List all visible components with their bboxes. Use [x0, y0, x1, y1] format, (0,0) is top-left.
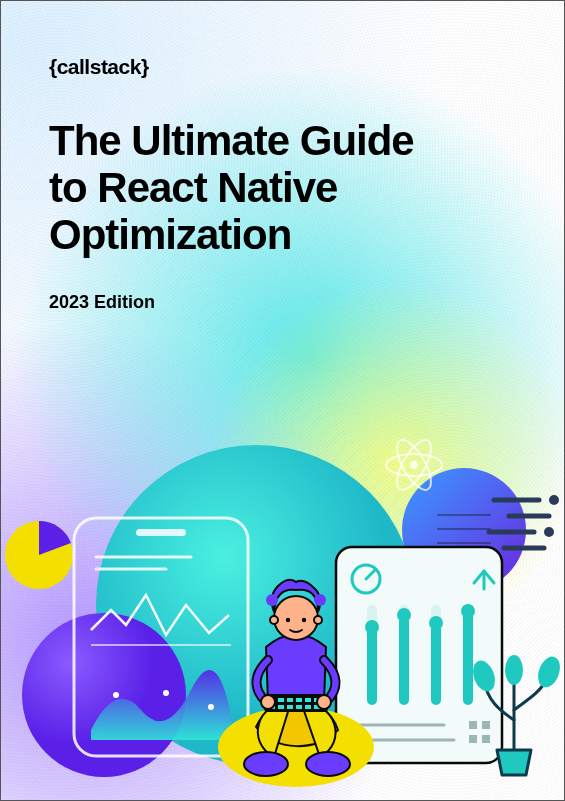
svg-point-34	[397, 608, 411, 622]
svg-rect-64	[305, 705, 311, 709]
svg-point-68	[274, 596, 318, 640]
cover-title: The Ultimate Guide to React Native Optim…	[49, 117, 516, 258]
brand-logo: {callstack}	[49, 55, 516, 79]
svg-point-69	[266, 594, 278, 606]
svg-point-52	[306, 752, 350, 776]
plant-icon	[469, 640, 564, 780]
svg-point-10	[547, 530, 552, 535]
svg-point-7	[552, 498, 557, 503]
svg-point-16	[411, 462, 417, 468]
svg-point-23	[163, 690, 169, 696]
svg-rect-58	[305, 698, 311, 702]
svg-rect-63	[296, 705, 302, 709]
svg-point-71	[286, 618, 290, 622]
svg-point-37	[429, 616, 443, 630]
svg-point-66	[261, 695, 275, 709]
title-line-3: Optimization	[49, 211, 291, 258]
svg-point-49	[505, 655, 523, 685]
svg-rect-36	[431, 623, 441, 705]
svg-point-67	[317, 695, 331, 709]
svg-rect-61	[278, 705, 284, 709]
svg-rect-18	[136, 529, 186, 536]
atom-icon	[379, 430, 449, 500]
svg-point-51	[244, 752, 288, 776]
svg-rect-56	[287, 698, 293, 702]
svg-rect-33	[399, 615, 409, 705]
svg-point-73	[270, 616, 278, 624]
edition-label: 2023 Edition	[49, 292, 516, 313]
svg-rect-62	[287, 705, 293, 709]
svg-point-72	[302, 618, 306, 622]
svg-point-22	[113, 692, 119, 698]
svg-point-70	[314, 594, 326, 606]
svg-rect-57	[296, 698, 302, 702]
svg-rect-55	[278, 698, 284, 702]
svg-point-74	[314, 616, 322, 624]
svg-point-40	[461, 604, 475, 618]
title-line-1: The Ultimate Guide	[49, 117, 414, 164]
svg-point-48	[534, 654, 564, 691]
person-developer-icon	[196, 552, 396, 792]
title-line-2: to React Native	[49, 164, 337, 211]
cover-illustration	[1, 380, 564, 800]
svg-point-47	[469, 658, 499, 695]
